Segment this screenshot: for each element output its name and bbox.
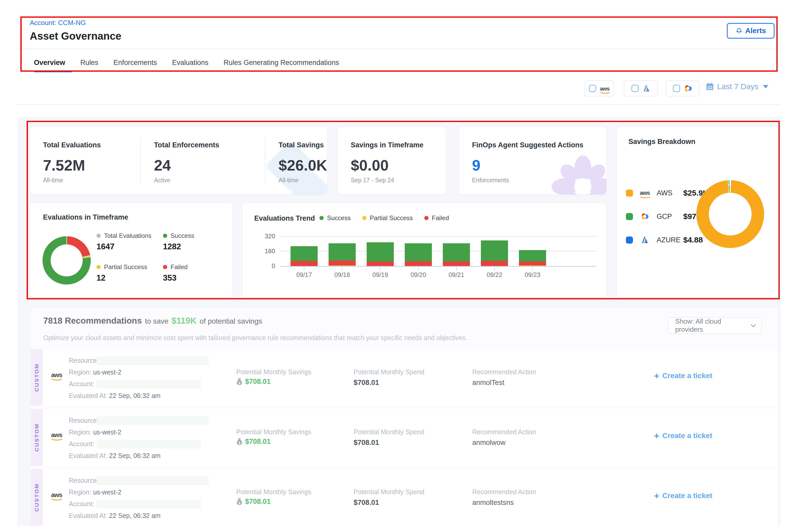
- x-axis-label: 09/21: [437, 271, 475, 279]
- checkbox-icon[interactable]: [631, 85, 639, 92]
- savings-column-label: Potential Monthly Savings: [236, 428, 311, 436]
- x-axis-tick: [418, 267, 419, 270]
- create-ticket-button[interactable]: +Create a ticket: [654, 431, 712, 440]
- bar-segment-success: [367, 242, 394, 262]
- tab-bar: Overview Rules Enforcements Evaluations …: [34, 59, 339, 67]
- recommended-action: anmolwow: [472, 439, 506, 447]
- x-axis-tick: [304, 267, 304, 270]
- aws-filter-checkbox[interactable]: aws: [584, 80, 614, 96]
- create-ticket-button[interactable]: +Create a ticket: [654, 372, 712, 380]
- evaluated-field: Evaluated At: 22 Sep, 06:32 am: [69, 392, 160, 400]
- bar-segment-failed: [367, 262, 394, 266]
- tab-rules-generating-recommendations[interactable]: Rules Generating Recommendations: [224, 59, 339, 67]
- legend-item-failed: Failed 353: [163, 263, 227, 283]
- bar-segment-success: [481, 241, 508, 261]
- plus-icon: +: [654, 431, 659, 440]
- tab-overview[interactable]: Overview: [34, 59, 65, 67]
- bar-segment-success: [443, 243, 470, 261]
- potential-monthly-savings: $ $708.01: [236, 498, 271, 506]
- potential-monthly-savings: $ $708.01: [236, 378, 271, 386]
- custom-badge: CUSTOM: [31, 349, 43, 406]
- total-enforcements-title: Total Enforcements: [154, 141, 265, 149]
- calendar-icon: [706, 82, 714, 91]
- account-breadcrumb[interactable]: Account: CCM-NG: [30, 19, 86, 27]
- total-savings-value: $26.0K: [279, 156, 327, 174]
- gcp-icon: [641, 212, 649, 221]
- x-axis-label: 09/18: [323, 271, 361, 279]
- recommendation-row[interactable]: CUSTOM aws Resource: Region: us-west-2 A…: [31, 349, 778, 406]
- evaluations-donut-chart: [42, 236, 91, 285]
- provider-savings: $4.88: [683, 235, 703, 244]
- gcp-filter-checkbox[interactable]: [666, 80, 700, 96]
- azure-filter-checkbox[interactable]: [624, 80, 658, 96]
- y-axis-tick-label: 0: [253, 262, 275, 270]
- recommendation-row[interactable]: CUSTOM aws Resource: Region: us-west-2 A…: [31, 469, 778, 526]
- date-range-dropdown[interactable]: Last 7 Days: [706, 82, 768, 91]
- bar-segment-failed: [519, 262, 546, 265]
- cloud-provider-filter-dropdown[interactable]: Show: All cloud providers: [668, 317, 762, 334]
- aws-icon: aws: [640, 190, 650, 196]
- account-field: Account:: [69, 380, 94, 388]
- success-dot-icon: [163, 234, 167, 238]
- tab-rules[interactable]: Rules: [80, 59, 98, 67]
- recommendation-row[interactable]: CUSTOM aws Resource: Region: us-west-2 A…: [31, 409, 778, 466]
- total-evaluations-caption: All-time: [43, 177, 63, 184]
- potential-monthly-spend: $708.01: [354, 439, 379, 447]
- partial-success-dot-icon: [96, 265, 101, 269]
- partial-success-count: 12: [96, 273, 160, 283]
- total-evaluations-count: 1647: [96, 242, 160, 251]
- tab-evaluations[interactable]: Evaluations: [172, 59, 209, 67]
- account-value-redacted: [96, 380, 201, 388]
- toolbar-divider: [17, 104, 781, 105]
- account-value-redacted: [96, 500, 201, 509]
- money-bag-icon: $: [236, 498, 243, 506]
- provider-name: AWS: [657, 189, 683, 197]
- account-field: Account:: [69, 500, 94, 508]
- bar-segment-failed: [328, 261, 356, 265]
- account-field: Account:: [69, 440, 94, 448]
- gridline: [280, 236, 596, 236]
- aws-icon: aws: [51, 372, 62, 378]
- create-ticket-button[interactable]: +Create a ticket: [654, 491, 712, 500]
- page-title: Asset Governance: [30, 30, 121, 42]
- checkbox-icon[interactable]: [673, 85, 680, 92]
- account-value-redacted: [96, 440, 201, 449]
- azure-icon: [641, 236, 649, 244]
- bell-icon: [736, 27, 743, 34]
- finops-title: FinOps Agent Suggested Actions: [472, 141, 606, 149]
- legend-item-gcp: GCP $97.19: [626, 211, 707, 222]
- finops-value: 9: [472, 156, 606, 174]
- resource-value-redacted: [96, 416, 209, 425]
- evaluations-trend-card: Evaluations Trend Success Partial Succes…: [243, 203, 606, 297]
- azure-color-chip: [626, 236, 633, 244]
- potential-monthly-savings: $ $708.01: [236, 438, 271, 446]
- gridline: [280, 251, 596, 251]
- alerts-button[interactable]: Alerts: [727, 23, 775, 39]
- resource-field: Resource:: [69, 477, 99, 484]
- spend-column-label: Potential Monthly Spend: [354, 488, 424, 496]
- y-axis-tick-label: 160: [253, 247, 275, 255]
- savings-breakdown-donut-chart: [696, 180, 764, 248]
- action-column-label: Recommended Action: [472, 428, 536, 436]
- total-evaluations-dot-icon: [96, 234, 101, 238]
- evaluations-trend-bar-chart: 016032009/1709/1809/1909/2009/2109/2209/…: [243, 203, 606, 297]
- resource-value-redacted: [96, 356, 209, 365]
- bar-segment-failed: [481, 261, 508, 266]
- evaluations-timeframe-title: Evaluations in Timeframe: [43, 213, 128, 222]
- recommended-action: anmoltestsns: [472, 499, 514, 507]
- legend-item-total-evaluations: Total Evaluations 1647: [96, 232, 160, 251]
- region-field: Region: us-west-2: [69, 429, 121, 436]
- gcp-icon: [684, 84, 692, 93]
- page: Account: CCM-NG Asset Governance Alerts …: [0, 0, 798, 532]
- aws-icon: aws: [51, 432, 62, 438]
- tab-enforcements[interactable]: Enforcements: [113, 59, 157, 67]
- money-bag-icon: $: [236, 378, 243, 385]
- chevron-down-icon: [763, 85, 768, 89]
- spend-column-label: Potential Monthly Spend: [354, 368, 424, 376]
- active-tab-indicator: [34, 71, 73, 72]
- checkbox-icon[interactable]: [589, 85, 596, 92]
- x-axis-line: [280, 266, 596, 267]
- savings-timeframe-title: Savings in Timeframe: [351, 141, 445, 149]
- svg-text:$: $: [239, 501, 241, 505]
- total-savings-title: Total Savings: [279, 141, 327, 149]
